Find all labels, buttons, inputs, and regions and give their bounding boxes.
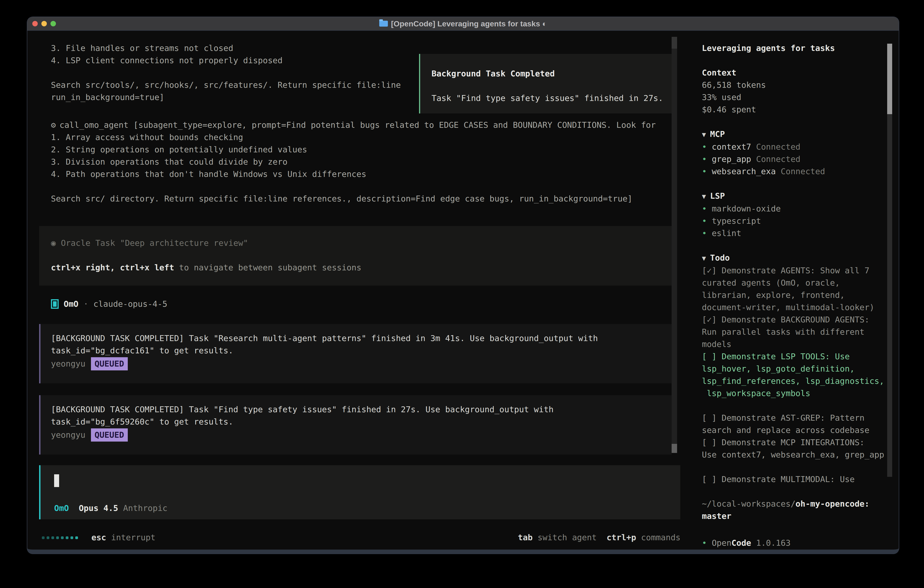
sidebar-scrollbar-thumb[interactable] <box>887 44 892 114</box>
agent-model: claude-opus-4-5 <box>94 298 167 310</box>
mcp-name: grep_app <box>712 154 751 164</box>
todo-checkbox: [ ] <box>702 352 722 361</box>
bullet-icon: • <box>702 228 707 238</box>
todo-list: [✓] Demonstrate AGENTS: Show all 7 curat… <box>702 264 893 486</box>
todo-item: [ ] Demonstrate MCP INTEGRATIONS: Use co… <box>702 436 893 461</box>
workspace-branch: master <box>702 510 893 522</box>
context-heading: Context <box>702 67 893 79</box>
agent-header: OmO · claude-opus-4-5 <box>51 298 167 310</box>
session-title: Leveraging agents for tasks <box>702 42 893 55</box>
todo-item: [ ] Demonstrate MULTIMODAL: Use <box>702 473 893 486</box>
todo-item: [✓] Demonstrate AGENTS: Show all 7 curat… <box>702 264 893 314</box>
bullet-icon: • <box>702 167 707 176</box>
statusbar-right: tab switch agent ctrl+p commands <box>518 531 680 543</box>
todo-item: [ ] Demonstrate AST-GREP: Pattern search… <box>702 412 893 436</box>
task-meta-row: yeongyu QUEUED <box>51 357 672 370</box>
todo-section-header[interactable]: ▼Todo <box>702 252 893 264</box>
todo-text: Demonstrate MCP INTEGRATIONS: Use contex… <box>702 438 884 459</box>
todo-text: Demonstrate BACKGROUND AGENTS: Run paral… <box>702 315 870 349</box>
background-task-result: [BACKGROUND TASK COMPLETED] Task "Resear… <box>39 324 672 383</box>
esc-key: esc <box>91 533 106 542</box>
toast-body: Task "Find type safety issues" finished … <box>432 92 663 104</box>
task-result-list: [BACKGROUND TASK COMPLETED] Task "Resear… <box>39 324 672 466</box>
input-model-name: Opus 4.5 <box>79 504 118 513</box>
todo-checkbox: [✓] <box>702 315 722 324</box>
bullet-icon: • <box>702 538 707 548</box>
agent-name: OmO <box>64 298 78 310</box>
status-badge: QUEUED <box>91 428 128 441</box>
bullet-icon: • <box>702 142 707 152</box>
hint-keys: ctrl+x right, ctrl+x left <box>51 263 174 272</box>
mcp-status: Connected <box>756 154 800 164</box>
todo-item: [✓] Demonstrate BACKGROUND AGENTS: Run p… <box>702 314 893 350</box>
bullet-icon: • <box>702 216 707 226</box>
mcp-heading: MCP <box>710 129 725 139</box>
lsp-item: • markdown-oxide <box>702 203 893 215</box>
agent-icon <box>51 299 59 309</box>
titlebar[interactable]: [OpenCode] Leveraging agents for tasks ◐ <box>27 17 899 31</box>
lsp-item: • eslint <box>702 227 893 239</box>
mcp-status: Connected <box>781 167 825 176</box>
main-scrollbar-thumb[interactable] <box>672 444 677 453</box>
scrollback-text: 3. File handles or streams not closed 4.… <box>51 42 401 104</box>
version-name-normal: Open <box>712 538 731 548</box>
task-author: yeongyu <box>51 429 86 441</box>
opencode-version: • OpenCode 1.0.163 <box>702 537 893 549</box>
window-title-wrap: [OpenCode] Leveraging agents for tasks ◐ <box>27 17 899 30</box>
mcp-item: • grep_app Connected <box>702 153 893 165</box>
lsp-section-header[interactable]: ▼LSP <box>702 190 893 203</box>
context-spent: $0.46 spent <box>702 104 893 116</box>
lsp-item: • typescript <box>702 215 893 227</box>
statusbar-left: esc interrupt <box>91 531 155 543</box>
todo-heading: Todo <box>710 253 730 263</box>
bullet-icon: • <box>702 204 707 213</box>
model-row: OmO Opus 4.5 Anthropic <box>54 502 168 514</box>
version-name-bold: Code <box>731 538 751 548</box>
toast-title: Background Task Completed <box>432 68 555 80</box>
workspace-path: ~/local-workspaces/oh-my-opencode: maste… <box>702 498 893 522</box>
context-tokens: 66,518 tokens <box>702 79 893 91</box>
mcp-name: context7 <box>712 142 751 152</box>
mcp-section-header[interactable]: ▼MCP <box>702 128 893 141</box>
todo-text: Demonstrate AST-GREP: Pattern search and… <box>702 413 870 435</box>
prompt-input[interactable]: OmO Opus 4.5 Anthropic <box>39 465 680 519</box>
todo-item: [ ] Demonstrate LSP TOOLS: Use lsp_hover… <box>702 350 893 400</box>
sidebar-scrollbar[interactable] <box>887 44 892 477</box>
oracle-task-hint: ctrl+x right, ctrl+x left to navigate be… <box>51 261 361 274</box>
oracle-task-title: Oracle Task "Deep architecture review" <box>61 238 248 248</box>
oracle-task-box[interactable]: ◉Oracle Task "Deep architecture review" … <box>39 226 672 286</box>
radio-icon: ◉ <box>51 238 56 248</box>
todo-checkbox: [✓] <box>702 266 722 275</box>
bullet-icon: • <box>702 154 707 164</box>
tool-call-body: call_omo_agent [subagent_type=explore, p… <box>51 120 656 203</box>
todo-checkbox: [ ] <box>702 438 722 447</box>
status-badge: QUEUED <box>91 357 128 370</box>
desktop: [OpenCode] Leveraging agents for tasks ◐… <box>0 0 924 588</box>
task-meta-row: yeongyu QUEUED <box>51 428 672 441</box>
background-task-toast: Background Task Completed Task "Find typ… <box>419 54 676 114</box>
lsp-name: typescript <box>712 216 761 226</box>
workspace-repo: oh-my-opencode: <box>795 499 870 509</box>
collapse-triangle-icon: ▼ <box>702 254 706 262</box>
agent-separator: · <box>83 298 88 310</box>
gear-icon: ⚙ <box>51 120 56 130</box>
mcp-name: websearch_exa <box>712 167 776 176</box>
main-scrollbar-thumb-top[interactable] <box>672 37 677 49</box>
lsp-name: markdown-oxide <box>712 204 780 213</box>
terminal-window: [OpenCode] Leveraging agents for tasks ◐… <box>27 17 899 554</box>
main-scrollbar[interactable] <box>672 37 677 453</box>
background-task-result: [BACKGROUND TASK COMPLETED] Task "Find t… <box>39 395 672 454</box>
folder-icon <box>379 21 388 26</box>
text-cursor <box>54 474 59 487</box>
context-used: 33% used <box>702 91 893 104</box>
todo-checkbox: [ ] <box>702 474 722 484</box>
window-title: [OpenCode] Leveraging agents for tasks ◐ <box>391 19 547 28</box>
tool-call-text: ⚙call_omo_agent [subagent_type=explore, … <box>51 119 656 205</box>
lsp-name: eslint <box>712 228 741 238</box>
todo-text: Demonstrate AGENTS: Show all 7 curated a… <box>702 266 874 312</box>
hint-text: to navigate between subagent sessions <box>174 263 361 272</box>
esc-label: interrupt <box>106 533 155 542</box>
todo-text: Demonstrate MULTIMODAL: Use <box>722 474 855 484</box>
todo-text: Demonstrate LSP TOOLS: Use lsp_hover, ls… <box>702 352 884 398</box>
lsp-list: • markdown-oxide • typescript • eslint <box>702 203 893 239</box>
